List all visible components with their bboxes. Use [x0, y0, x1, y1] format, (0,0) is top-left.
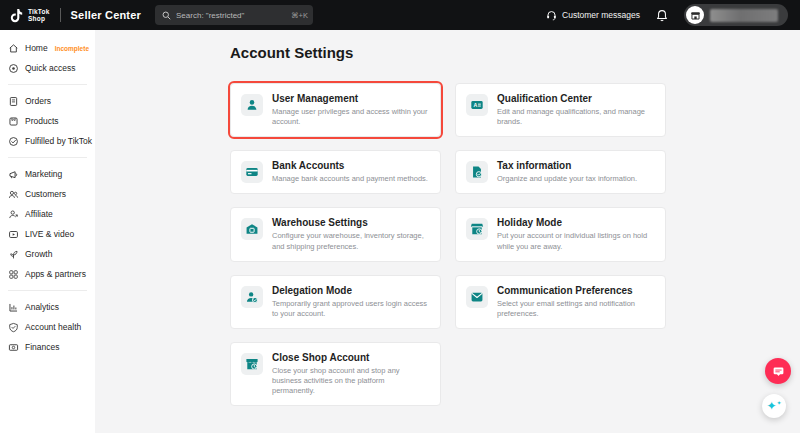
card-title: Holiday Mode	[497, 217, 653, 228]
live-video-icon	[8, 229, 19, 240]
sidebar-item-label: Quick access	[25, 63, 76, 73]
sidebar-item-label: Products	[25, 116, 59, 126]
card-title: Close Shop Account	[272, 352, 428, 363]
customer-messages-label: Customer messages	[562, 10, 640, 20]
card-warehouse-settings[interactable]: Warehouse Settings Configure your wareho…	[230, 207, 441, 261]
warehouse-settings-icon	[241, 218, 263, 240]
quick-access-icon	[8, 63, 19, 74]
global-search[interactable]: ⌘+K	[155, 5, 313, 25]
sidebar-item-account-health[interactable]: Account health	[0, 317, 95, 337]
card-description: Configure your warehouse, inventory stor…	[272, 231, 428, 251]
product-name: Seller Center	[71, 9, 141, 21]
notifications-bell-icon[interactable]	[656, 9, 668, 22]
orders-icon	[8, 96, 19, 107]
card-description: Temporarily grant approved users login a…	[272, 299, 428, 319]
card-tax-information[interactable]: Tax information Organize and update your…	[455, 150, 666, 194]
card-bank-accounts[interactable]: Bank Accounts Manage bank accounts and p…	[230, 150, 441, 194]
sidebar-divider	[8, 84, 87, 85]
close-shop-account-icon	[241, 353, 263, 375]
sidebar-item-label: Marketing	[25, 169, 62, 179]
home-incomplete-badge: Incomplete	[55, 45, 89, 52]
account-menu[interactable]	[684, 4, 788, 26]
sidebar-item-analytics[interactable]: Analytics	[0, 297, 95, 317]
sidebar-item-growth[interactable]: Growth	[0, 244, 95, 264]
marketing-icon	[8, 169, 19, 180]
growth-icon	[8, 249, 19, 260]
sidebar-item-customers[interactable]: Customers	[0, 184, 95, 204]
sidebar-divider	[8, 157, 87, 158]
card-description: Close your shop account and stop any bus…	[272, 366, 428, 396]
topbar-divider	[60, 8, 61, 22]
card-holiday-mode[interactable]: Holiday Mode Put your account or individ…	[455, 207, 666, 261]
settings-card-grid: User Management Manage user privileges a…	[230, 83, 666, 406]
ai-assistant-button[interactable]: ✦✦	[762, 394, 786, 418]
logo-text: TikTok Shop	[28, 8, 50, 23]
card-description: Select your email settings and notificat…	[497, 299, 653, 319]
card-delegation-mode[interactable]: Delegation Mode Temporarily grant approv…	[230, 275, 441, 329]
search-shortcut: ⌘+K	[291, 11, 308, 20]
sidebar-item-fulfilled-by-tiktok[interactable]: Fulfilled by TikTok	[0, 131, 95, 151]
tax-information-icon	[466, 161, 488, 183]
home-icon	[8, 43, 19, 54]
chat-bubble-icon	[772, 365, 785, 378]
sidebar-item-apps-partners[interactable]: Apps & partners	[0, 264, 95, 284]
sidebar: Home Incomplete Quick access Orders Prod…	[0, 30, 95, 433]
search-input[interactable]	[176, 11, 286, 20]
card-title: Qualification Center	[497, 93, 653, 104]
sidebar-item-label: Analytics	[25, 302, 59, 312]
sidebar-item-label: Customers	[25, 189, 66, 199]
card-title: User Management	[272, 93, 428, 104]
sidebar-item-label: Apps & partners	[25, 269, 86, 279]
apps-partners-icon	[8, 269, 19, 280]
user-management-icon	[241, 94, 263, 116]
card-description: Manage user privileges and access within…	[272, 107, 428, 127]
sparkle-icon: ✦✦	[766, 400, 781, 412]
account-health-icon	[8, 322, 19, 333]
bank-accounts-icon	[241, 161, 263, 183]
card-description: Manage bank accounts and payment methods…	[272, 174, 428, 184]
sidebar-item-home[interactable]: Home Incomplete	[0, 38, 95, 58]
card-description: Put your account or individual listings …	[497, 231, 653, 251]
products-icon	[8, 116, 19, 127]
affiliate-icon	[8, 209, 19, 220]
delegation-mode-icon	[241, 286, 263, 308]
card-title: Warehouse Settings	[272, 217, 428, 228]
svg-text:A: A	[474, 102, 478, 108]
card-qualification-center[interactable]: A Qualification Center Edit and manage q…	[455, 83, 666, 137]
card-user-management[interactable]: User Management Manage user privileges a…	[230, 83, 441, 137]
chat-fab-button[interactable]	[765, 358, 791, 384]
sidebar-item-label: Fulfilled by TikTok	[25, 136, 92, 146]
card-description: Organize and update your tax information…	[497, 174, 637, 184]
card-communication-preferences[interactable]: Communication Preferences Select your em…	[455, 275, 666, 329]
sidebar-item-orders[interactable]: Orders	[0, 91, 95, 111]
customers-icon	[8, 189, 19, 200]
holiday-mode-icon	[466, 218, 488, 240]
sidebar-item-label: LIVE & video	[25, 229, 74, 239]
sidebar-item-label: Finances	[25, 342, 60, 352]
sidebar-item-live-video[interactable]: LIVE & video	[0, 224, 95, 244]
card-title: Tax information	[497, 160, 637, 171]
topbar: TikTok Shop Seller Center ⌘+K Customer m…	[0, 0, 800, 30]
search-icon	[162, 11, 171, 20]
sidebar-item-affiliate[interactable]: Affiliate	[0, 204, 95, 224]
qualification-center-icon: A	[466, 94, 488, 116]
sidebar-item-finances[interactable]: Finances	[0, 337, 95, 357]
communication-preferences-icon	[466, 286, 488, 308]
headset-icon	[546, 10, 557, 21]
card-title: Bank Accounts	[272, 160, 428, 171]
sidebar-item-label: Orders	[25, 96, 51, 106]
card-close-shop-account[interactable]: Close Shop Account Close your shop accou…	[230, 342, 441, 406]
sidebar-divider	[8, 290, 87, 291]
sidebar-item-products[interactable]: Products	[0, 111, 95, 131]
redacted-account-name	[710, 9, 778, 22]
tiktok-shop-logo[interactable]: TikTok Shop	[10, 7, 50, 23]
main-content: Account Settings User Management Manage …	[95, 30, 800, 433]
tiktok-note-icon	[10, 7, 24, 23]
sidebar-item-label: Affiliate	[25, 209, 53, 219]
sidebar-item-quick-access[interactable]: Quick access	[0, 58, 95, 78]
customer-messages-button[interactable]: Customer messages	[546, 10, 640, 21]
sidebar-item-marketing[interactable]: Marketing	[0, 164, 95, 184]
page-title: Account Settings	[230, 44, 666, 61]
card-title: Communication Preferences	[497, 285, 653, 296]
sidebar-item-label: Growth	[25, 249, 52, 259]
